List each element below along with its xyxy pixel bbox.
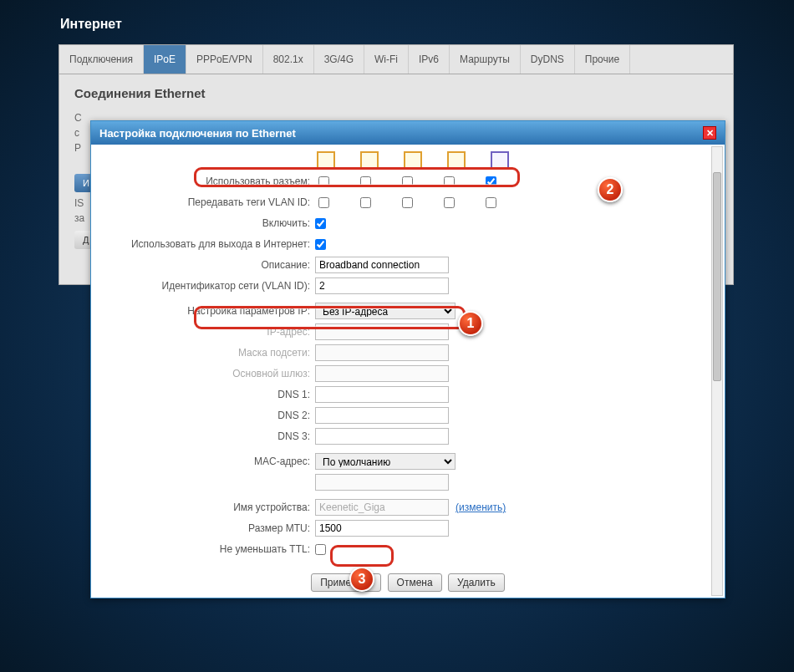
port-icon [404,151,422,170]
label-dns1: DNS 1: [106,389,315,400]
page-title: Интернет [0,0,794,44]
tab-ipv6[interactable]: IPv6 [409,45,450,74]
label-dns3: DNS 3: [106,430,315,442]
delete-button[interactable]: Удалить [448,573,505,592]
label-description: Описание: [106,259,315,271]
enable-checkbox[interactable] [315,218,326,229]
connector-checkbox-1[interactable] [360,176,371,187]
tab-8021x[interactable]: 802.1x [263,45,314,74]
dns1-input[interactable] [315,386,449,403]
port-icon [447,151,466,170]
step-badge-2: 2 [598,177,623,202]
label-ip-addr: IP-адрес: [106,326,315,338]
dns2-input[interactable] [315,407,449,424]
vlan-checkbox-3[interactable] [444,197,455,208]
dns3-input[interactable] [315,428,449,445]
vlan-id-input[interactable] [315,277,449,294]
ttl-checkbox[interactable] [315,544,326,555]
vlan-checkbox-0[interactable] [318,197,329,208]
mask-input [315,344,449,361]
connector-checkbox-4[interactable] [486,176,496,187]
section-title: Соединения Ethernet [59,74,733,109]
port-diagram [317,151,710,170]
tabs-bar: Подключения IPoE PPPoE/VPN 802.1x 3G/4G … [59,45,733,74]
ip-mode-select[interactable]: Без IP-адреса [315,303,456,319]
label-gateway: Основной шлюз: [106,368,315,379]
label-mac: MAC-адрес: [106,456,315,467]
scrollbar-thumb[interactable] [713,172,721,381]
label-mtu: Размер MTU: [106,522,315,534]
label-mask: Маска подсети: [106,347,315,359]
connector-checkbox-0[interactable] [318,176,329,187]
label-vlan-id: Идентификатор сети (VLAN ID): [106,280,315,292]
port-icon [317,151,335,170]
label-use-connector: Использовать разъем: [106,176,315,187]
mac-mode-select[interactable]: По умолчанию [315,453,456,470]
mac-input [315,474,449,491]
dialog-title: Настройка подключения по Ethernet [99,127,296,140]
description-input[interactable] [315,257,449,273]
label-enable: Включить: [106,217,315,229]
tab-dyndns[interactable]: DyDNS [521,45,575,74]
vlan-checkbox-4[interactable] [486,197,496,208]
mtu-input[interactable] [315,520,449,537]
gateway-input [315,365,449,382]
tab-connections[interactable]: Подключения [59,45,144,74]
connector-checkbox-2[interactable] [402,176,413,187]
tab-wifi[interactable]: Wi-Fi [364,45,409,74]
step-badge-3: 3 [349,567,374,592]
connector-checkbox-3[interactable] [444,176,455,187]
label-vlan-tags: Передавать теги VLAN ID: [106,196,315,208]
tab-routes[interactable]: Маршруты [450,45,521,74]
dialog-header: Настройка подключения по Ethernet ✕ [91,121,725,145]
tab-ipoe[interactable]: IPoE [144,45,186,74]
tab-other[interactable]: Прочие [575,45,630,74]
tab-pppoe[interactable]: PPPoE/VPN [186,45,263,74]
label-device-name: Имя устройства: [106,501,315,513]
close-icon[interactable]: ✕ [703,126,716,140]
use-internet-checkbox[interactable] [315,239,326,250]
step-badge-1: 1 [458,311,483,336]
ethernet-config-dialog: Настройка подключения по Ethernet ✕ Испо… [90,120,725,598]
label-ip-settings: Настройка параметров IP: [106,305,315,317]
change-link[interactable]: (изменить) [456,501,506,513]
label-ttl: Не уменьшать TTL: [106,543,315,555]
label-dns2: DNS 2: [106,410,315,421]
tab-3g4g[interactable]: 3G/4G [314,45,364,74]
label-use-internet: Использовать для выхода в Интернет: [106,238,315,250]
vlan-checkbox-1[interactable] [360,197,371,208]
port-icon [360,151,379,170]
ip-addr-input [315,323,449,340]
vlan-checkbox-2[interactable] [402,197,413,208]
cancel-button[interactable]: Отмена [388,573,442,592]
dialog-scrollbar[interactable] [711,146,723,596]
port-icon [491,151,509,170]
device-name-input [315,499,449,516]
